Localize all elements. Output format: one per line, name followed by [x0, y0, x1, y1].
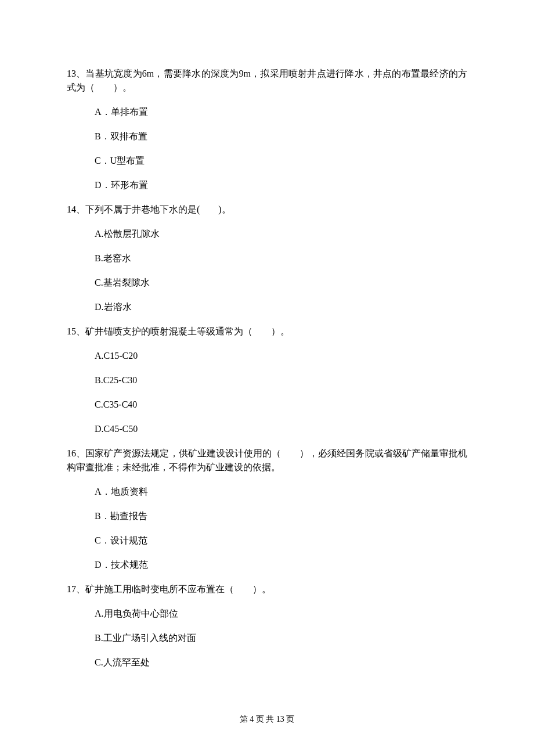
question-option: B.工业广场引入线的对面	[67, 631, 467, 645]
question-option: D.C45-C50	[67, 422, 467, 436]
question-option: D.岩溶水	[67, 300, 467, 314]
question-option: C．设计规范	[67, 534, 467, 548]
question-option: C．U型布置	[67, 154, 467, 168]
document-page: 13、当基坑宽度为6m，需要降水的深度为9m，拟采用喷射井点进行降水，井点的布置…	[0, 0, 534, 756]
page-footer: 第 4 页 共 13 页	[0, 713, 534, 725]
question-option: B.C25-C30	[67, 373, 467, 387]
question-stem: 16、国家矿产资源法规定，供矿业建设设计使用的（ ），必须经国务院或省级矿产储量…	[67, 447, 467, 474]
question-option: A．地质资料	[67, 485, 467, 499]
question-option: D．环形布置	[67, 178, 467, 192]
question-option: A.用电负荷中心部位	[67, 607, 467, 621]
question-option: B．双排布置	[67, 129, 467, 143]
question-option: C.C35-C40	[67, 398, 467, 412]
question-option: C.基岩裂隙水	[67, 276, 467, 290]
question-stem: 15、矿井锚喷支护的喷射混凝土等级通常为（ ）。	[67, 325, 467, 339]
question-stem: 14、下列不属于井巷地下水的是( )。	[67, 203, 467, 217]
question-option: C.人流罕至处	[67, 656, 467, 669]
question-option: D．技术规范	[67, 558, 467, 572]
question-option: A．单排布置	[67, 105, 467, 119]
question-option: B．勘查报告	[67, 509, 467, 523]
question-option: A.C15-C20	[67, 349, 467, 363]
question-stem: 13、当基坑宽度为6m，需要降水的深度为9m，拟采用喷射井点进行降水，井点的布置…	[67, 67, 467, 95]
question-stem: 17、矿井施工用临时变电所不应布置在（ ）。	[67, 582, 467, 596]
question-option: A.松散层孔隙水	[67, 227, 467, 241]
question-option: B.老窑水	[67, 251, 467, 265]
